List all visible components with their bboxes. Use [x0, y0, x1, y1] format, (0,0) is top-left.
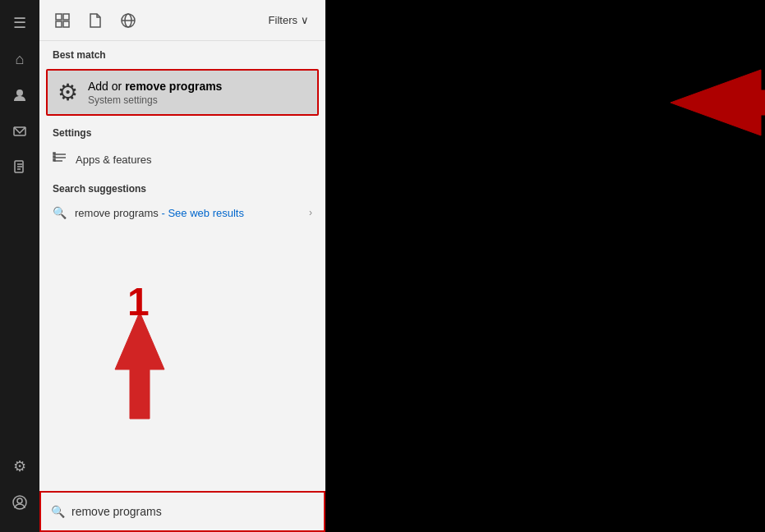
- search-icon: 🔍: [53, 206, 67, 219]
- see-web-results-link: - See web results: [159, 207, 244, 219]
- settings-icon: ⚙: [58, 79, 78, 106]
- dark-area: 2: [325, 0, 765, 532]
- suggestion-chevron-icon: ›: [309, 207, 312, 218]
- arrow-left-svg: [671, 66, 765, 140]
- panel-content: Best match ⚙ Add or remove programs Syst…: [39, 41, 325, 491]
- person-circle-icon[interactable]: [3, 486, 36, 519]
- best-match-label: Best match: [39, 41, 325, 66]
- document-icon[interactable]: [3, 151, 36, 184]
- search-bar: 🔍: [39, 491, 325, 532]
- home-icon[interactable]: ⌂: [3, 43, 36, 76]
- svg-point-7: [17, 498, 22, 503]
- filters-button[interactable]: Filters ∨: [262, 11, 316, 30]
- gear-icon[interactable]: ⚙: [3, 450, 36, 483]
- icon-bar: ☰ ⌂ ⚙: [0, 0, 39, 532]
- best-match-subtitle: System settings: [88, 94, 222, 106]
- left-arrow-annotation: 2: [671, 66, 765, 140]
- inbox-icon[interactable]: [3, 115, 36, 148]
- svg-marker-22: [671, 70, 765, 135]
- list-icon: [53, 150, 67, 168]
- chevron-down-icon: ∨: [301, 14, 309, 26]
- search-panel: Filters ∨ Best match ⚙ Add or remove pro…: [39, 0, 325, 532]
- grid-icon[interactable]: [49, 7, 76, 34]
- apps-features-item[interactable]: Apps & features: [39, 144, 325, 175]
- svg-rect-20: [53, 159, 55, 161]
- suggestion-text: remove programs: [75, 207, 159, 219]
- search-suggestions-label: Search suggestions: [39, 175, 325, 200]
- search-bar-icon: 🔍: [51, 505, 65, 518]
- apps-features-label: Apps & features: [76, 154, 152, 166]
- suggestion-item[interactable]: 🔍 remove programs - See web results ›: [39, 200, 325, 226]
- svg-rect-10: [56, 21, 62, 27]
- globe-icon[interactable]: [115, 7, 141, 34]
- svg-rect-11: [63, 21, 69, 27]
- svg-rect-18: [53, 153, 55, 154]
- svg-rect-8: [56, 14, 62, 20]
- settings-label: Settings: [39, 119, 325, 144]
- svg-marker-21: [115, 312, 164, 419]
- svg-point-0: [16, 89, 23, 96]
- best-match-title: Add or remove programs: [88, 79, 222, 94]
- user-icon[interactable]: [3, 79, 36, 112]
- panel-header: Filters ∨: [39, 0, 325, 41]
- search-input[interactable]: [71, 505, 314, 518]
- down-arrow-annotation: [99, 312, 181, 447]
- hamburger-icon[interactable]: ☰: [3, 7, 36, 39]
- svg-rect-9: [63, 14, 69, 20]
- file-icon[interactable]: [82, 7, 108, 34]
- svg-rect-19: [53, 156, 55, 158]
- best-match-item[interactable]: ⚙ Add or remove programs System settings: [46, 69, 319, 116]
